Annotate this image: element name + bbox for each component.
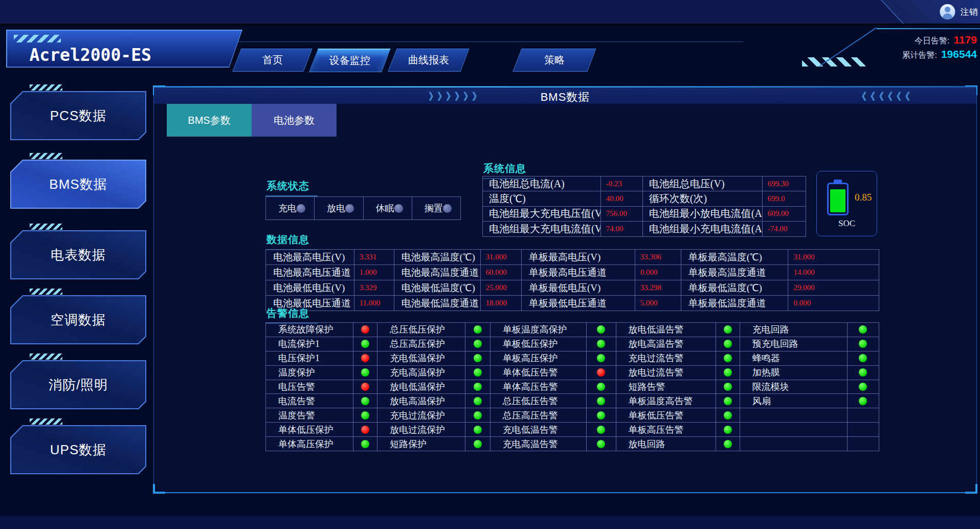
info-label: 循环次数(次) — [643, 191, 763, 206]
sidebar-item-label: 电表数据 — [51, 246, 106, 264]
nav-tab-首页[interactable]: 首页 — [232, 49, 312, 72]
alarm-indicator-green — [859, 368, 867, 377]
alarm-indicator-green — [474, 397, 482, 405]
alarm-label: 放电低温告警 — [616, 323, 716, 337]
alarm-dot-cell — [353, 351, 377, 366]
alarm-label: 短路告警 — [616, 380, 716, 394]
info-value: 699.30 — [763, 177, 806, 191]
alarm-label — [740, 423, 848, 437]
alarm-label: 单体低压保护 — [266, 423, 353, 437]
alarm-dot-cell — [848, 394, 879, 408]
alarm-dot-cell — [353, 423, 377, 437]
alarm-label: 放电过流告警 — [616, 366, 716, 380]
alarm-label — [740, 408, 848, 423]
alarm-indicator-red — [361, 325, 369, 334]
alarm-label: 总压低压告警 — [491, 394, 587, 408]
info-value: -74.00 — [763, 222, 806, 236]
tab-BMS参数[interactable]: BMS参数 — [167, 104, 252, 137]
panel-bottom-accent — [153, 492, 977, 493]
tab-电池参数[interactable]: 电池参数 — [252, 104, 337, 137]
alarm-dot-cell — [353, 394, 377, 408]
info-value: 699.0 — [763, 191, 806, 206]
info-value: 33.306 — [635, 250, 681, 265]
param-tabs: BMS参数 电池参数 — [167, 104, 337, 137]
alarm-dot-cell — [353, 366, 377, 380]
alarm-label: 电流保护1 — [266, 337, 353, 351]
sidebar-item-UPS数据[interactable]: UPS数据 — [10, 425, 146, 474]
nav-tab-设备监控[interactable]: 设备监控 — [309, 49, 391, 72]
alarm-label: 系统故障保护 — [266, 323, 353, 337]
alarm-indicator-green — [724, 397, 732, 405]
alarm-label: 限流模块 — [740, 380, 848, 394]
system-info-table: 电池组总电流(A)-0.23电池组总电压(V)699.30温度(℃)40.00循… — [482, 176, 806, 237]
panel-title-bar: 》》》》》》 BMS数据 《《《《《《 — [154, 86, 976, 104]
soc-label: SOC — [817, 218, 877, 229]
alarm-label: 充电过流告警 — [616, 351, 716, 366]
alarm-indicator-green — [724, 440, 732, 448]
panel-title: BMS数据 — [154, 90, 976, 105]
alarm-indicator-green — [724, 325, 732, 334]
status-label: 搁置 — [425, 202, 443, 214]
alarm-indicator-red — [361, 354, 369, 362]
hazard-stripes-icon — [30, 224, 62, 230]
alarm-indicator-green — [474, 325, 482, 334]
section-heading-system-status: 系统状态 — [265, 179, 318, 196]
sidebar-item-消防/照明[interactable]: 消防/照明 — [10, 360, 146, 409]
alarm-indicator-green — [474, 383, 482, 391]
alarm-indicator-green — [859, 340, 867, 348]
info-value: 3.329 — [354, 280, 394, 296]
alarm-indicator-green — [597, 325, 605, 334]
alarm-indicator-green — [474, 354, 482, 362]
alarm-dot-cell — [716, 437, 740, 451]
alarm-dot-cell — [465, 351, 491, 366]
info-label: 电池最高电压通道 — [266, 265, 354, 280]
alarm-label: 总压高压告警 — [491, 408, 587, 423]
alarm-dot-cell — [465, 437, 491, 451]
sidebar-item-电表数据[interactable]: 电表数据 — [10, 230, 146, 279]
alarm-indicator-green — [474, 426, 482, 434]
alarm-indicator-green — [474, 411, 482, 420]
alarm-dot-cell — [587, 323, 616, 337]
alarm-label: 充电低温保护 — [377, 351, 465, 366]
alarm-indicator-green — [724, 426, 732, 434]
alarm-dot-cell — [353, 437, 377, 451]
alarm-dot-cell — [848, 423, 879, 437]
alarm-dot-cell — [716, 423, 740, 437]
alarm-indicator-green — [859, 354, 867, 362]
alarm-label: 充电高温保护 — [377, 366, 465, 380]
alarm-indicator-green — [361, 340, 369, 348]
alarm-indicator-green — [724, 383, 732, 391]
alarm-dot-cell — [465, 337, 491, 351]
info-label: 单板最高温度通道 — [681, 265, 789, 280]
alarm-dot-cell — [587, 351, 616, 366]
hazard-stripes-icon — [30, 289, 62, 295]
sidebar-item-BMS数据[interactable]: BMS数据 — [10, 160, 146, 209]
alarm-total-value: 196544 — [941, 48, 977, 60]
logout-button[interactable]: 注销 — [881, 0, 980, 24]
info-value: 3.331 — [354, 250, 394, 265]
alarm-label: 电压保护1 — [266, 351, 353, 366]
alarm-dot-cell — [716, 380, 740, 394]
info-label: 温度(℃) — [483, 191, 601, 206]
sidebar-item-PCS数据[interactable]: PCS数据 — [10, 91, 146, 140]
data-info-table: 电池最高电压(V)3.331电池最高温度(℃)31.000单板最高电压(V)33… — [265, 249, 879, 311]
info-label: 单板最高电压通道 — [522, 265, 635, 280]
info-value: 29.000 — [788, 280, 879, 296]
alarm-indicator-green — [361, 397, 369, 405]
alarm-label: 单板低压告警 — [616, 408, 716, 423]
sidebar-item-空调数据[interactable]: 空调数据 — [10, 295, 146, 344]
alarm-label: 单体低压告警 — [491, 366, 587, 380]
nav-tab-策略[interactable]: 策略 — [513, 49, 596, 72]
alarm-dot-cell — [716, 323, 740, 337]
bottom-strip — [0, 516, 980, 529]
status-dot — [443, 204, 452, 213]
alarm-indicator-green — [724, 411, 732, 420]
alarm-label: 温度告警 — [266, 408, 353, 423]
info-label: 单板最低温度通道 — [681, 296, 789, 311]
alarm-label — [740, 437, 848, 451]
alarm-dot-cell — [848, 323, 879, 337]
nav-tab-曲线报表[interactable]: 曲线报表 — [388, 49, 469, 72]
alarm-total-label: 累计告警: — [902, 50, 937, 61]
info-value: 60.000 — [481, 265, 522, 280]
soc-panel: 0.85 SOC — [816, 171, 877, 236]
